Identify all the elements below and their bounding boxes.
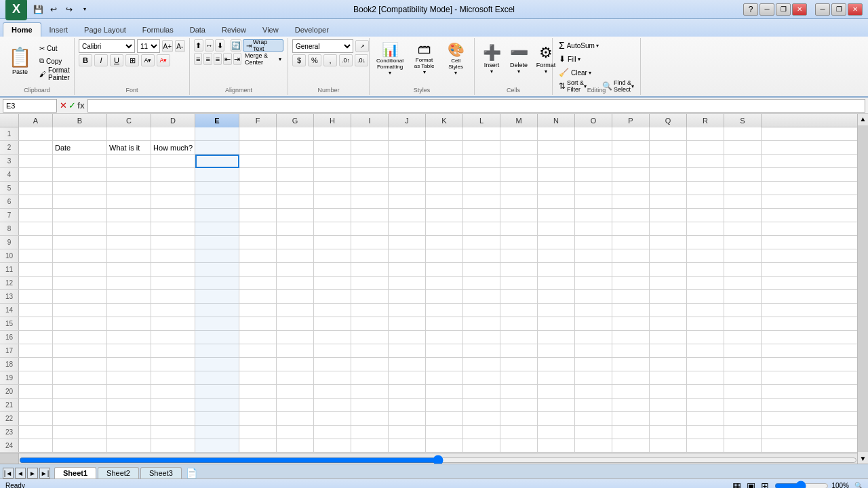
cell-I23[interactable]: [351, 426, 389, 439]
close-btn[interactable]: ✕: [848, 3, 863, 16]
col-header-C[interactable]: C: [107, 114, 151, 127]
cell-K16[interactable]: [426, 331, 463, 344]
cell-I16[interactable]: [351, 331, 389, 344]
comma-btn[interactable]: ,: [323, 54, 337, 66]
cell-F5[interactable]: [239, 182, 277, 195]
cell-E22[interactable]: [195, 412, 239, 426]
cell-B5[interactable]: [53, 182, 107, 195]
cell-M22[interactable]: [500, 412, 538, 426]
cell-B7[interactable]: [53, 209, 107, 222]
cell-E20[interactable]: [195, 385, 239, 399]
cell-E1[interactable]: [195, 127, 239, 141]
cell-S19[interactable]: [724, 371, 762, 385]
number-format-select[interactable]: General: [292, 39, 353, 53]
cell-F22[interactable]: [239, 412, 277, 426]
cell-H10[interactable]: [314, 249, 351, 263]
cell-B12[interactable]: [53, 277, 107, 290]
row-num-19[interactable]: 19: [0, 371, 19, 384]
col-header-E[interactable]: E: [195, 114, 239, 127]
cell-A4[interactable]: [19, 168, 53, 182]
cell-P11[interactable]: [612, 263, 650, 277]
cell-E24[interactable]: [195, 439, 239, 453]
cell-E14[interactable]: [195, 304, 239, 317]
cell-Q14[interactable]: [650, 304, 687, 317]
cell-B1[interactable]: [53, 127, 107, 141]
tab-home[interactable]: Home: [3, 22, 41, 37]
col-header-L[interactable]: L: [463, 114, 500, 127]
cell-Q23[interactable]: [650, 426, 687, 439]
cell-C16[interactable]: [107, 331, 151, 344]
h-scroll-input[interactable]: [19, 455, 857, 464]
cell-J2[interactable]: [389, 141, 426, 155]
cell-O22[interactable]: [575, 412, 612, 426]
cell-R14[interactable]: [687, 304, 724, 317]
cell-I2[interactable]: [351, 141, 389, 155]
cell-B10[interactable]: [53, 249, 107, 263]
cell-J21[interactable]: [389, 399, 426, 412]
cell-A17[interactable]: [19, 344, 53, 358]
cell-L1[interactable]: [463, 127, 500, 141]
cell-O10[interactable]: [575, 249, 612, 263]
cell-S16[interactable]: [724, 331, 762, 344]
cell-O2[interactable]: [575, 141, 612, 155]
cell-O19[interactable]: [575, 371, 612, 385]
cell-E13[interactable]: [195, 290, 239, 304]
quick-redo-btn[interactable]: ↪: [62, 3, 76, 16]
cell-P16[interactable]: [612, 331, 650, 344]
cell-G18[interactable]: [277, 358, 314, 371]
cell-D2[interactable]: How much?: [151, 141, 195, 155]
row-num-14[interactable]: 14: [0, 304, 19, 317]
cell-I10[interactable]: [351, 249, 389, 263]
cell-M9[interactable]: [500, 236, 538, 249]
cell-Q11[interactable]: [650, 263, 687, 277]
cell-J13[interactable]: [389, 290, 426, 304]
cell-O1[interactable]: [575, 127, 612, 141]
row-num-17[interactable]: 17: [0, 344, 19, 357]
cell-M7[interactable]: [500, 209, 538, 222]
delete-btn[interactable]: ➖ Delete ▾: [506, 39, 532, 79]
cell-L19[interactable]: [463, 371, 500, 385]
cell-P21[interactable]: [612, 399, 650, 412]
cell-H23[interactable]: [314, 426, 351, 439]
cell-P20[interactable]: [612, 385, 650, 399]
cell-C13[interactable]: [107, 290, 151, 304]
cell-E21[interactable]: [195, 399, 239, 412]
cell-K3[interactable]: [426, 155, 463, 168]
cell-E15[interactable]: [195, 317, 239, 331]
cell-E12[interactable]: [195, 277, 239, 290]
tab-review[interactable]: Review: [214, 23, 254, 37]
cell-C20[interactable]: [107, 385, 151, 399]
cell-I22[interactable]: [351, 412, 389, 426]
zoom-fit-btn[interactable]: 🔍: [854, 482, 863, 488]
cell-O6[interactable]: [575, 195, 612, 209]
cell-A11[interactable]: [19, 263, 53, 277]
cell-L7[interactable]: [463, 209, 500, 222]
cell-C12[interactable]: [107, 277, 151, 290]
cell-F12[interactable]: [239, 277, 277, 290]
cell-R24[interactable]: [687, 439, 724, 453]
cell-A14[interactable]: [19, 304, 53, 317]
col-header-B[interactable]: B: [53, 114, 107, 127]
angle-text-btn[interactable]: 🔄: [231, 39, 241, 52]
cell-I15[interactable]: [351, 317, 389, 331]
cell-D7[interactable]: [151, 209, 195, 222]
col-header-S[interactable]: S: [724, 114, 762, 127]
cut-button[interactable]: ✂ Cut: [37, 42, 78, 54]
cell-Q1[interactable]: [650, 127, 687, 141]
cell-P24[interactable]: [612, 439, 650, 453]
cell-D1[interactable]: [151, 127, 195, 141]
cell-M1[interactable]: [500, 127, 538, 141]
cell-N12[interactable]: [538, 277, 575, 290]
cell-P1[interactable]: [612, 127, 650, 141]
font-color-btn[interactable]: A▾: [157, 54, 170, 66]
cell-E23[interactable]: [195, 426, 239, 439]
cell-S2[interactable]: [724, 141, 762, 155]
row-num-2[interactable]: 2: [0, 141, 19, 154]
cell-E8[interactable]: [195, 222, 239, 236]
cell-E2[interactable]: [195, 141, 239, 155]
v-scrollbar[interactable]: ▲ ▼: [857, 114, 868, 464]
autosum-btn[interactable]: Σ AutoSum ▾: [557, 39, 641, 52]
cell-Q16[interactable]: [650, 331, 687, 344]
cell-C3[interactable]: [107, 155, 151, 168]
tab-data[interactable]: Data: [182, 23, 214, 37]
